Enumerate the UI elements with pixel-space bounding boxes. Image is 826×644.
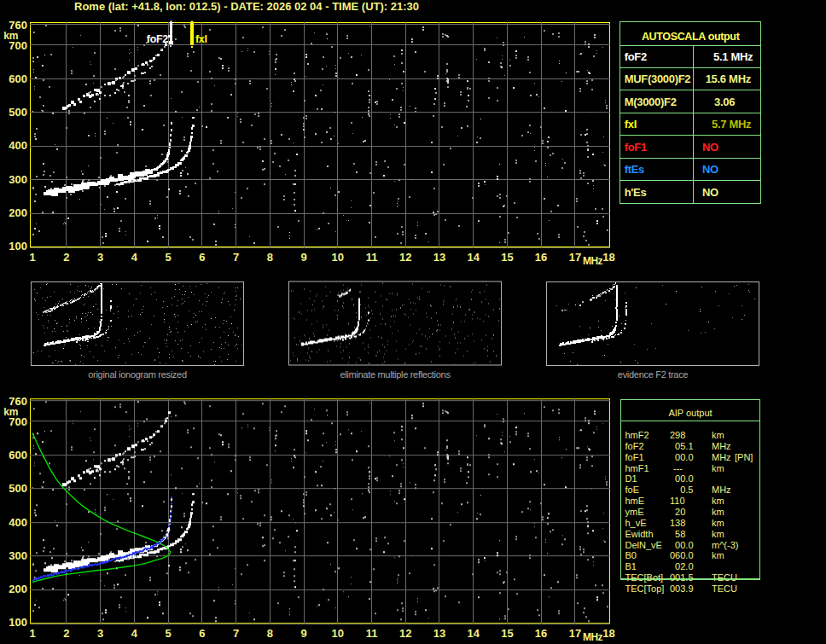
svg-text:TEC[Bot]: TEC[Bot] bbox=[625, 572, 664, 583]
svg-text:58: 58 bbox=[675, 529, 685, 539]
svg-text:NO: NO bbox=[702, 141, 718, 154]
svg-text:foF1: foF1 bbox=[625, 141, 647, 154]
svg-text:15.6 MHz: 15.6 MHz bbox=[706, 73, 752, 85]
svg-text:05.1: 05.1 bbox=[675, 441, 693, 451]
svg-text:MHz: MHz bbox=[712, 452, 731, 462]
svg-text:eliminate multiple reflections: eliminate multiple reflections bbox=[340, 369, 451, 380]
svg-text:3.06: 3.06 bbox=[714, 96, 735, 108]
svg-text:DelN_vE: DelN_vE bbox=[625, 540, 662, 550]
svg-text:00.0: 00.0 bbox=[675, 452, 693, 462]
svg-text:h'Es: h'Es bbox=[625, 186, 647, 199]
svg-text:00.0: 00.0 bbox=[675, 473, 693, 484]
svg-text:D1: D1 bbox=[625, 473, 637, 484]
svg-text:km: km bbox=[712, 507, 724, 517]
svg-text:MUF(3000)F2: MUF(3000)F2 bbox=[625, 73, 691, 85]
svg-text:[PN]: [PN] bbox=[735, 452, 753, 462]
svg-text:003.9: 003.9 bbox=[670, 583, 694, 594]
svg-text:km: km bbox=[712, 496, 724, 506]
svg-text:m^(-3): m^(-3) bbox=[712, 540, 738, 550]
svg-text:110: 110 bbox=[670, 496, 685, 506]
svg-text:km: km bbox=[712, 529, 724, 539]
svg-text:TECU: TECU bbox=[712, 583, 737, 594]
svg-text:foE: foE bbox=[625, 484, 640, 495]
svg-text:km: km bbox=[712, 550, 724, 560]
svg-text:foF2: foF2 bbox=[625, 441, 644, 451]
svg-text:NO: NO bbox=[702, 186, 718, 199]
svg-text:060.0: 060.0 bbox=[670, 550, 694, 560]
svg-text:Rome (lat: +41.8, lon: 012.5): Rome (lat: +41.8, lon: 012.5) - DATE: 20… bbox=[74, 0, 419, 13]
svg-text:5.7 MHz: 5.7 MHz bbox=[712, 118, 752, 131]
svg-text:foF2: foF2 bbox=[625, 50, 647, 63]
svg-text:5.1 MHz: 5.1 MHz bbox=[713, 50, 753, 63]
svg-text:hmF1: hmF1 bbox=[625, 463, 649, 473]
svg-text:TEC[Top]: TEC[Top] bbox=[625, 583, 665, 594]
svg-text:AIP output: AIP output bbox=[668, 408, 712, 418]
svg-text:fxI: fxI bbox=[195, 33, 207, 45]
svg-text:MHz: MHz bbox=[712, 441, 731, 451]
svg-text:km: km bbox=[712, 518, 724, 528]
svg-text:20: 20 bbox=[675, 507, 685, 517]
svg-text:00.0: 00.0 bbox=[675, 540, 693, 550]
svg-text:fxI: fxI bbox=[625, 118, 637, 131]
svg-text:001.5: 001.5 bbox=[670, 572, 694, 583]
svg-text:138: 138 bbox=[670, 518, 685, 528]
svg-text:km: km bbox=[712, 430, 724, 440]
svg-text:hmE: hmE bbox=[625, 496, 645, 506]
svg-text:TECU: TECU bbox=[712, 572, 737, 583]
svg-text:M(3000)F2: M(3000)F2 bbox=[625, 96, 677, 108]
svg-text:km: km bbox=[712, 463, 724, 473]
svg-text:MHz: MHz bbox=[712, 484, 731, 495]
svg-text:original ionogram resized: original ionogram resized bbox=[88, 369, 187, 380]
svg-text:298: 298 bbox=[670, 430, 685, 440]
svg-text:B0: B0 bbox=[625, 550, 637, 560]
svg-text:B1: B1 bbox=[625, 561, 637, 571]
svg-text:hmF2: hmF2 bbox=[625, 430, 649, 440]
svg-text:Ewidth: Ewidth bbox=[625, 529, 654, 539]
svg-text:02.0: 02.0 bbox=[675, 561, 693, 571]
svg-text:ftEs: ftEs bbox=[625, 163, 644, 176]
svg-text:NO: NO bbox=[702, 163, 718, 176]
svg-text:h_vE: h_vE bbox=[625, 518, 647, 528]
svg-text:ymE: ymE bbox=[625, 507, 644, 517]
svg-text:foF2: foF2 bbox=[147, 33, 169, 45]
svg-text:0.5: 0.5 bbox=[680, 484, 693, 495]
svg-text:AUTOSCALA output: AUTOSCALA output bbox=[642, 31, 741, 43]
svg-text:---: --- bbox=[673, 463, 683, 473]
svg-text:evidence F2 trace: evidence F2 trace bbox=[618, 369, 689, 380]
svg-text:foF1: foF1 bbox=[625, 452, 644, 462]
